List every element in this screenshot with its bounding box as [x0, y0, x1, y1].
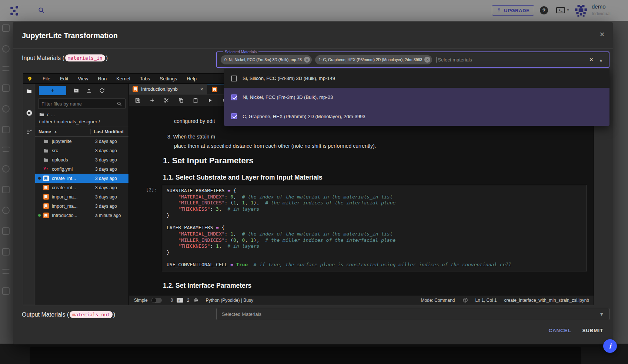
- file-row[interactable]: import_ma... 3 days ago: [35, 192, 128, 201]
- menu-item[interactable]: Kernel: [111, 76, 135, 81]
- notebook-icon: [43, 213, 49, 218]
- cell-prompt: [2]:: [146, 187, 157, 193]
- notebook-icon: [43, 176, 49, 181]
- chevron-up-icon[interactable]: ▲: [599, 58, 603, 62]
- file-row[interactable]: uploads 3 days ago: [35, 155, 128, 164]
- chip-remove-icon[interactable]: ×: [424, 57, 430, 63]
- subsection-heading: 1.2. Set Interface Parameters: [163, 282, 251, 290]
- file-modified: 3 days ago: [93, 148, 128, 153]
- close-tab-icon[interactable]: ×: [200, 86, 203, 92]
- file-filter[interactable]: [38, 98, 126, 109]
- select-search-input[interactable]: Select materials: [437, 57, 472, 63]
- breadcrumb-path[interactable]: / other / materials_designer /: [35, 118, 128, 127]
- upgrade-button[interactable]: UPGRADE: [492, 5, 534, 16]
- cut-icon[interactable]: [164, 97, 170, 103]
- menu-item[interactable]: File: [38, 76, 55, 81]
- material-option[interactable]: C, Graphene, HEX (P6/mmm) 2D (Monolayer)…: [224, 107, 609, 126]
- refresh-icon[interactable]: [99, 87, 105, 94]
- new-launcher-button[interactable]: +: [39, 86, 66, 95]
- save-icon[interactable]: [135, 97, 141, 103]
- menu-item[interactable]: View: [73, 76, 93, 81]
- file-row[interactable]: src 3 days ago: [35, 146, 128, 155]
- run-icon[interactable]: [207, 97, 213, 103]
- breadcrumb-ellipsis[interactable]: ...: [51, 112, 55, 117]
- output-materials-prefix: Output Materials (: [22, 311, 69, 318]
- menu-item[interactable]: Run: [93, 76, 111, 81]
- file-list-header: Name ▲ Last Modified: [35, 127, 128, 137]
- clear-selection-icon[interactable]: ×: [589, 56, 593, 63]
- simple-mode-toggle[interactable]: [151, 298, 162, 303]
- checkbox-icon[interactable]: [231, 113, 237, 119]
- tab-active-partial[interactable]: [207, 84, 224, 94]
- file-name: import_ma...: [52, 204, 93, 209]
- material-option-label: C, Graphene, HEX (P6/mmm) 2D (Monolayer)…: [243, 114, 365, 119]
- copy-icon[interactable]: [178, 97, 184, 103]
- kernel-status[interactable]: Python (Pyodide) | Busy: [206, 298, 254, 303]
- breadcrumb-root[interactable]: /: [47, 112, 49, 117]
- tab-introduction[interactable]: Introduction.ipynb ×: [129, 84, 207, 94]
- file-name: uploads: [52, 157, 93, 163]
- selected-materials-select[interactable]: Selected Materials 0: Ni, Nickel, FCC (F…: [216, 51, 609, 68]
- help-icon[interactable]: ?: [540, 6, 548, 14]
- sidebar-icon: [2, 227, 10, 235]
- cancel-button[interactable]: CANCEL: [548, 328, 571, 333]
- app-logo[interactable]: [10, 6, 19, 16]
- material-option-label: Si, Silicon, FCC (Fd-3m) 3D (Bulk), mp-1…: [243, 76, 335, 81]
- cursor-position[interactable]: Ln 1, Col 1: [475, 298, 497, 303]
- code-cell[interactable]: SUBSTRATE_PARAMETERS = { "MATERIAL_INDEX…: [162, 185, 587, 271]
- file-row[interactable]: jupyterlite 3 days ago: [35, 137, 128, 146]
- chip-remove-icon[interactable]: ×: [304, 57, 310, 63]
- submit-button[interactable]: SUBMIT: [582, 328, 603, 333]
- menu-item[interactable]: Edit: [55, 76, 73, 81]
- sidebar-icon: [2, 207, 10, 214]
- material-option[interactable]: Ni, Nickel, FCC (Fm-3m) 3D (Bulk), mp-23: [224, 88, 609, 107]
- file-row[interactable]: import_ma... 3 days ago: [35, 201, 128, 211]
- lightbulb-icon[interactable]: [27, 76, 33, 81]
- app-header: UPGRADE ? >_ ▼ demo Individual: [0, 0, 628, 21]
- folder-icon: [43, 148, 49, 154]
- file-modified: 3 days ago: [93, 204, 128, 209]
- file-row[interactable]: Introductio... a minute ago: [35, 211, 128, 220]
- user-name[interactable]: demo: [592, 3, 606, 10]
- material-chip[interactable]: 1: C, Graphene, HEX (P6/mmm) 2D (Monolay…: [315, 55, 432, 64]
- file-browser-tab-icon[interactable]: [26, 88, 32, 94]
- paste-icon[interactable]: [193, 97, 198, 103]
- info-fab-button[interactable]: i: [603, 339, 617, 353]
- notebook-icon: [133, 86, 138, 92]
- file-filter-input[interactable]: [41, 101, 117, 107]
- output-materials-suffix: ): [113, 311, 115, 318]
- file-row[interactable]: create_int... 3 days ago: [35, 174, 128, 183]
- new-folder-icon[interactable]: [73, 87, 79, 94]
- section-heading: 1. Set Input Parameters: [163, 156, 254, 166]
- table-of-contents-icon[interactable]: [26, 128, 33, 135]
- folder-icon: [43, 157, 49, 163]
- add-cell-icon[interactable]: [149, 97, 155, 103]
- input-materials-prefix: Input Materials (: [22, 55, 64, 61]
- running-sessions-icon[interactable]: [26, 109, 33, 117]
- checkbox-icon[interactable]: [231, 94, 237, 100]
- material-option-label: Ni, Nickel, FCC (Fm-3m) 3D (Bulk), mp-23: [243, 94, 333, 100]
- accessibility-icon[interactable]: [462, 297, 468, 303]
- material-chip[interactable]: 0: Ni, Nickel, FCC (Fm-3m) 3D (Bulk), mp…: [221, 55, 312, 64]
- breadcrumb[interactable]: / ...: [35, 111, 128, 118]
- menu-item[interactable]: Tabs: [135, 76, 155, 81]
- material-option[interactable]: Si, Silicon, FCC (Fd-3m) 3D (Bulk), mp-1…: [224, 69, 609, 88]
- menu-item[interactable]: Help: [182, 76, 201, 81]
- jupyterlite-transformation-dialog: JupyterLite Transformation × Input Mater…: [13, 22, 613, 344]
- text-cursor: [437, 57, 437, 63]
- close-icon[interactable]: ×: [599, 30, 605, 39]
- upload-icon[interactable]: [86, 87, 92, 94]
- column-name[interactable]: Name ▲: [35, 129, 90, 134]
- console-menu[interactable]: >_ ▼: [556, 7, 569, 13]
- file-row[interactable]: Y: config.yml 3 days ago: [35, 164, 128, 174]
- output-materials-select[interactable]: Selected Materials ▼: [216, 308, 609, 320]
- file-row[interactable]: create_int... 3 days ago: [35, 183, 128, 192]
- sidebar-icon: [2, 84, 10, 92]
- avatar[interactable]: [574, 4, 588, 18]
- file-name: jupyterlite: [52, 139, 93, 144]
- notebook-content[interactable]: configured by edit 3. When the strain m …: [129, 106, 594, 295]
- checkbox-icon[interactable]: [231, 76, 237, 81]
- search-icon[interactable]: [38, 7, 45, 14]
- menu-item[interactable]: Settings: [155, 76, 182, 81]
- column-last-modified[interactable]: Last Modified: [90, 129, 128, 134]
